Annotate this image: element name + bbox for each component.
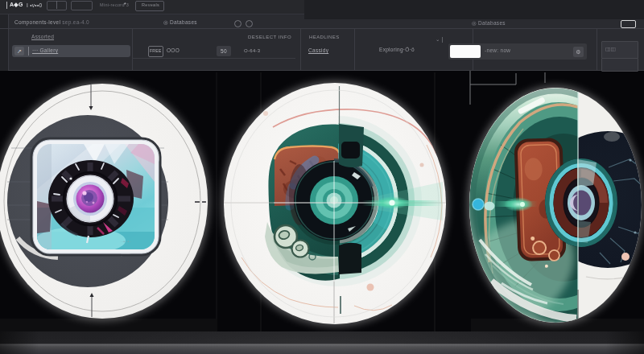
svg-text:··•··•··: ··•··•·· [121, 239, 132, 244]
